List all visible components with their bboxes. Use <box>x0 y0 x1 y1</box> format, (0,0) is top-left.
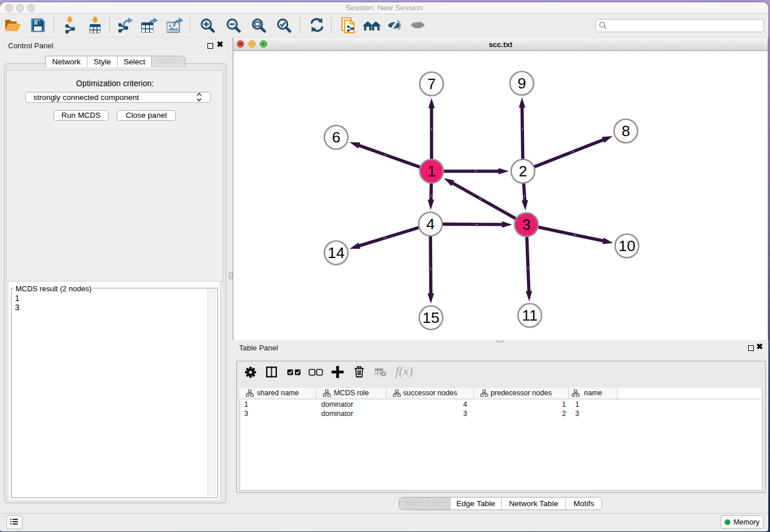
svg-text:2: 2 <box>519 163 528 180</box>
svg-text:15: 15 <box>422 309 439 326</box>
svg-text:3: 3 <box>522 216 531 233</box>
svg-text:4: 4 <box>426 215 435 233</box>
svg-text:7: 7 <box>428 75 436 92</box>
svg-text:8: 8 <box>622 122 630 140</box>
svg-text:14: 14 <box>328 244 344 261</box>
svg-text:1: 1 <box>428 163 436 180</box>
svg-text:11: 11 <box>522 307 538 324</box>
svg-text:10: 10 <box>618 237 635 255</box>
svg-text:6: 6 <box>332 129 341 146</box>
svg-text:9: 9 <box>518 75 526 92</box>
